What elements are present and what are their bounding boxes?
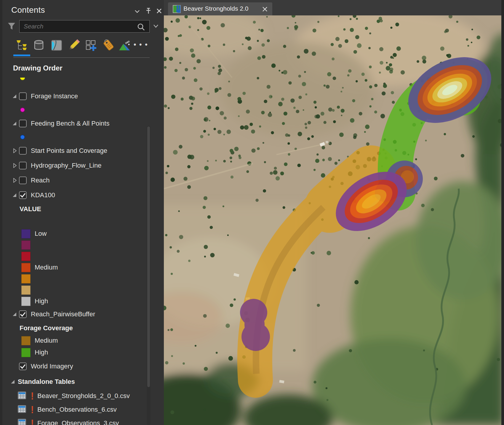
scrollbar-thumb[interactable] [147,126,150,387]
toolbar-divider [13,57,150,58]
filter-icon[interactable] [7,22,16,32]
drawing-order-heading: Drawing Order [13,64,63,72]
layer-label[interactable]: Reach [31,177,50,184]
layer-row-world-imagery: World Imagery [2,358,151,374]
layer-checkbox[interactable] [19,363,27,370]
layer-label[interactable]: Hydrography_Flow_Line [31,162,101,169]
expander-icon[interactable] [12,94,18,98]
layer-label[interactable]: Start Points and Coverage [31,147,107,155]
list-by-editing-icon[interactable] [67,39,81,52]
legend-label: High [35,349,48,356]
list-by-labeling-icon[interactable] [102,39,116,52]
pin-icon[interactable] [144,7,153,15]
panel-close-icon[interactable] [155,7,164,15]
table-label[interactable]: Forage_Observations_3.csv [37,419,119,425]
list-by-selection-icon[interactable] [50,39,63,52]
toolbar-more-icon[interactable]: • • • [134,40,148,49]
layer-checkbox[interactable] [19,162,27,169]
layer-checkbox[interactable] [19,147,27,155]
legend-swatch[interactable] [21,297,31,306]
list-by-perspective-icon[interactable] [118,39,132,52]
table-row-forage-observations-3-csv[interactable]: !Forage_Observations_3.csv [2,416,151,425]
map-tab-title: Beaver Strongholds 2.0 [183,5,248,12]
window-edge [501,0,504,425]
list-by-drawing-order-icon[interactable] [14,39,28,52]
legend-swatch-row [2,284,151,296]
search-input[interactable] [23,21,131,31]
point-symbol[interactable] [20,135,25,139]
table-row-beaver-strongholds-2-0-0-csv[interactable]: !Beaver_Strongholds_2_0_0.csv [2,389,151,403]
table-label[interactable]: Beaver_Strongholds_2_0_0.csv [37,392,130,400]
list-by-snapping-icon[interactable] [84,39,98,52]
legend-label: Medium [35,264,58,271]
layer-row-kda100: KDA100 [2,188,151,203]
layer-tree: Forage InstanceFeeding Bench & All Point… [2,78,151,425]
expander-icon[interactable] [12,193,18,197]
legend-swatch-row [2,273,151,284]
legend-swatch-row: Low [2,228,151,239]
map-tab-bar: Beaver Strongholds 2.0 [164,0,504,15]
symbol-magenta-point [2,104,151,116]
expander-icon[interactable] [12,149,18,153]
legend-swatch[interactable] [21,240,31,250]
layer-checkbox[interactable] [19,191,27,199]
expander-icon[interactable] [12,121,18,126]
expander-icon[interactable] [12,178,18,182]
map-canvas[interactable] [164,15,504,425]
layer-label[interactable]: Standalone Tables [18,378,75,386]
list-by-data-source-icon[interactable] [32,39,46,52]
legend-swatch-row [2,251,151,262]
panel-menu-chevron-icon[interactable] [133,7,142,15]
layer-checkbox[interactable] [19,177,27,184]
layer-checkbox[interactable] [19,92,27,100]
alert-icon: ! [31,405,34,415]
legend-field-label: Forage Coverage [20,324,73,332]
legend-swatch[interactable] [21,252,31,261]
layer-checkbox[interactable] [19,120,27,127]
layer-label[interactable]: Reach_PairwiseBuffer [31,310,95,318]
layer-checkbox[interactable] [19,310,27,318]
layer-label[interactable]: Feeding Bench & All Points [31,120,109,127]
expander-icon[interactable] [10,380,16,384]
table-icon [18,392,26,400]
point-symbol[interactable] [20,78,25,80]
legend-swatch[interactable] [21,286,31,295]
layer-row-reach: Reach [2,173,151,188]
layer-row-reach-pairwisebuffer: Reach_PairwiseBuffer [2,307,151,322]
symbol-yellow-point [2,78,151,89]
satellite-map [164,15,504,425]
legend-swatch[interactable] [21,229,31,238]
table-label[interactable]: Bench_Observations_6.csv [37,406,117,413]
search-icon[interactable] [137,23,145,32]
legend-swatch[interactable] [21,336,31,345]
legend-swatch[interactable] [21,348,31,357]
layer-label[interactable]: Forage Instance [31,92,78,100]
legend-label: High [35,297,48,305]
arcgis-window: Contents [0,0,504,425]
legend-swatch-row [2,239,151,251]
legend-field-heading: VALUE [2,203,151,216]
map-tab-close-icon[interactable] [262,6,268,12]
layer-label[interactable]: World Imagery [31,363,73,370]
alert-icon: ! [31,418,34,425]
tree-scrollbar[interactable] [147,126,151,425]
expander-icon[interactable] [12,312,18,316]
layer-label[interactable]: KDA100 [31,191,55,199]
search-options-chevron-icon[interactable] [152,23,160,31]
table-icon [18,419,26,425]
legend-label: Medium [35,337,58,344]
table-row-bench-observations-6-csv[interactable]: !Bench_Observations_6.csv [2,403,151,416]
legend-label: Low [35,230,47,238]
map-tab[interactable]: Beaver Strongholds 2.0 [168,2,272,15]
legend-swatch-row: Medium [2,335,151,347]
expander-icon[interactable] [12,163,18,168]
alert-icon: ! [31,391,34,401]
active-tab-underline [13,54,30,56]
point-symbol[interactable] [20,108,25,112]
legend-swatch[interactable] [21,263,31,272]
symbol-blue-point [2,131,151,143]
legend-swatch[interactable] [21,274,31,283]
layer-row-hydrography-flow-line: Hydrography_Flow_Line [2,158,151,173]
layer-row-forage-instance: Forage Instance [2,89,151,104]
legend-swatch-row: High [2,347,151,358]
